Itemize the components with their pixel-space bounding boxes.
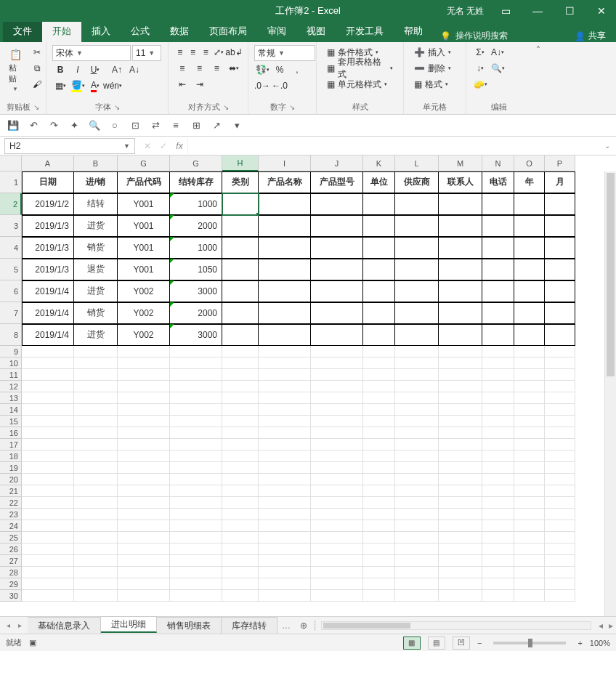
cell-styles-button[interactable]: ▦单元格样式▾ <box>323 77 397 92</box>
cell[interactable] <box>439 237 482 259</box>
row-header-17[interactable]: 17 <box>0 439 22 450</box>
cell[interactable] <box>222 324 259 346</box>
cell[interactable] <box>74 346 118 357</box>
cell[interactable] <box>170 369 222 381</box>
cell[interactable] <box>222 392 259 404</box>
tab-help[interactable]: 帮助 <box>394 20 433 42</box>
cell[interactable] <box>514 215 545 237</box>
cell[interactable] <box>311 485 363 497</box>
cell[interactable] <box>363 416 395 427</box>
qat-btn-2[interactable]: 🔍 <box>87 118 102 133</box>
cell[interactable]: 结转 <box>74 193 118 215</box>
cell[interactable] <box>363 215 395 237</box>
qat-btn-7[interactable]: ⊞ <box>189 118 203 133</box>
cell[interactable] <box>395 381 439 392</box>
italic-button[interactable]: I <box>70 62 86 77</box>
cell[interactable]: Y001 <box>118 193 170 215</box>
cell[interactable] <box>363 392 395 404</box>
font-dialog-launcher[interactable]: ↘ <box>114 103 120 111</box>
tab-review[interactable]: 审阅 <box>257 20 296 42</box>
cell[interactable]: 供应商 <box>395 171 439 193</box>
cell[interactable] <box>439 357 482 369</box>
cell[interactable] <box>311 462 363 474</box>
cell[interactable] <box>514 485 545 497</box>
cell[interactable] <box>482 302 514 324</box>
cell[interactable] <box>22 357 74 369</box>
tab-insert[interactable]: 插入 <box>81 20 121 42</box>
cell[interactable] <box>482 237 514 259</box>
row-header-24[interactable]: 24 <box>0 520 22 532</box>
cell[interactable] <box>514 346 545 357</box>
cell[interactable] <box>514 193 545 215</box>
cell[interactable] <box>482 357 514 369</box>
cell[interactable] <box>439 324 482 346</box>
cell[interactable] <box>259 193 311 215</box>
cell[interactable] <box>222 193 259 215</box>
column-header-A[interactable]: A <box>22 155 74 171</box>
merge-button[interactable]: ⬌▾ <box>226 61 242 76</box>
zoom-in-button[interactable]: + <box>578 639 582 647</box>
cell[interactable] <box>74 381 118 392</box>
cell[interactable] <box>222 578 259 590</box>
cell[interactable] <box>259 520 311 532</box>
cell[interactable] <box>222 357 259 369</box>
cell[interactable] <box>118 474 170 485</box>
cell[interactable] <box>259 416 311 427</box>
cell[interactable] <box>514 439 545 450</box>
cell[interactable] <box>439 543 482 555</box>
cell[interactable] <box>395 578 439 590</box>
qat-btn-5[interactable]: ⇄ <box>148 118 163 133</box>
cell[interactable] <box>311 259 363 280</box>
ribbon-display-options[interactable]: ▭ <box>491 0 520 22</box>
row-header-15[interactable]: 15 <box>0 416 22 427</box>
cell[interactable] <box>514 567 545 578</box>
cell[interactable] <box>170 346 222 357</box>
cell[interactable] <box>74 555 118 567</box>
cell[interactable]: 日期 <box>22 171 74 193</box>
align-top-button[interactable]: ≡ <box>174 45 186 60</box>
cell[interactable] <box>74 578 118 590</box>
cell[interactable]: 2019/1/4 <box>22 324 74 346</box>
row-header-13[interactable]: 13 <box>0 392 22 404</box>
cell[interactable] <box>311 520 363 532</box>
column-header-J[interactable]: J <box>311 155 363 171</box>
cell[interactable] <box>22 392 74 404</box>
cell[interactable] <box>482 555 514 567</box>
cell[interactable] <box>118 346 170 357</box>
cell[interactable] <box>439 462 482 474</box>
cell[interactable] <box>395 485 439 497</box>
cell[interactable] <box>545 416 575 427</box>
cell[interactable] <box>74 439 118 450</box>
cell[interactable] <box>22 509 74 520</box>
cell[interactable] <box>363 302 395 324</box>
cell[interactable] <box>482 215 514 237</box>
cell[interactable] <box>22 555 74 567</box>
view-normal-button[interactable]: ▦ <box>403 636 421 650</box>
cell[interactable] <box>118 369 170 381</box>
cell[interactable] <box>545 439 575 450</box>
cell[interactable] <box>482 578 514 590</box>
row-header-23[interactable]: 23 <box>0 509 22 520</box>
increase-indent-button[interactable]: ⇥ <box>192 77 208 92</box>
cell[interactable] <box>118 450 170 462</box>
cell[interactable]: 进货 <box>74 280 118 302</box>
row-header-28[interactable]: 28 <box>0 567 22 578</box>
cell[interactable] <box>482 346 514 357</box>
cell[interactable] <box>363 497 395 509</box>
cell[interactable]: Y002 <box>118 302 170 324</box>
cell[interactable]: 退货 <box>74 259 118 280</box>
cell[interactable] <box>514 404 545 416</box>
cell[interactable] <box>74 590 118 602</box>
qat-btn-3[interactable]: ○ <box>108 118 122 133</box>
row-header-18[interactable]: 18 <box>0 450 22 462</box>
user-name[interactable]: 无名 无姓 <box>447 5 484 17</box>
collapse-ribbon-button[interactable]: ˄ <box>536 45 540 55</box>
cell[interactable] <box>545 259 575 280</box>
column-header-B[interactable]: B <box>74 155 118 171</box>
row-header-11[interactable]: 11 <box>0 369 22 381</box>
accounting-format-button[interactable]: 💱▾ <box>254 62 270 77</box>
cell[interactable]: 2019/1/2 <box>22 193 74 215</box>
cell[interactable] <box>311 324 363 346</box>
phonetic-button[interactable]: wén▾ <box>105 78 121 93</box>
cell[interactable] <box>363 427 395 439</box>
